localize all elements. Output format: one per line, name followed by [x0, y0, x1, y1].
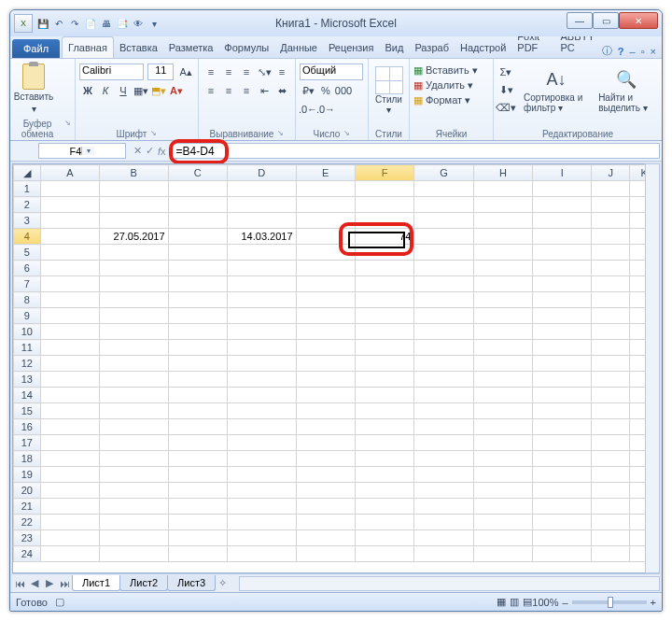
cell[interactable]: 27.05.2017 [99, 229, 168, 245]
cell[interactable] [296, 435, 355, 451]
row-header[interactable]: 13 [14, 372, 41, 388]
sheet-nav-next-icon[interactable]: ▶ [42, 577, 57, 589]
view-pagebreak-icon[interactable]: ▤ [523, 596, 532, 608]
cell[interactable] [592, 435, 630, 451]
cell[interactable] [592, 276, 630, 292]
cell[interactable] [99, 546, 168, 562]
cell[interactable] [414, 467, 473, 483]
cell[interactable] [473, 308, 532, 324]
cell[interactable] [296, 499, 355, 515]
cell[interactable] [414, 356, 473, 372]
cell[interactable] [99, 435, 168, 451]
cell[interactable] [296, 261, 355, 276]
cell[interactable] [355, 245, 413, 261]
tab-review[interactable]: Рецензия [323, 37, 380, 58]
cell[interactable] [592, 308, 630, 324]
cell[interactable] [99, 213, 168, 229]
cell[interactable] [592, 245, 630, 261]
number-launcher-icon[interactable]: ↘ [343, 129, 350, 139]
cell[interactable] [592, 515, 630, 530]
cell[interactable] [99, 372, 168, 388]
cell[interactable] [473, 340, 532, 356]
cell[interactable] [414, 499, 473, 515]
font-launcher-icon[interactable]: ↘ [150, 129, 157, 139]
cell[interactable] [296, 451, 355, 467]
cell[interactable] [414, 276, 473, 292]
name-box[interactable]: F4 ▾ [38, 143, 126, 159]
cell[interactable] [168, 419, 227, 435]
sheet-nav-last-icon[interactable]: ⏭ [57, 578, 72, 589]
border-icon[interactable]: ▦▾ [133, 82, 149, 99]
col-header[interactable]: B [99, 165, 168, 181]
row-header[interactable]: 22 [14, 515, 41, 530]
cell[interactable] [473, 388, 532, 403]
cell[interactable] [414, 340, 473, 356]
zoom-out-icon[interactable]: – [562, 597, 567, 608]
cell[interactable] [355, 308, 413, 324]
cell[interactable] [533, 515, 592, 530]
cell[interactable] [533, 483, 592, 499]
cell[interactable] [227, 292, 296, 308]
qat-save-icon[interactable]: 💾 [36, 17, 49, 30]
currency-icon[interactable]: ₽▾ [300, 82, 316, 99]
cell[interactable] [355, 276, 413, 292]
cell[interactable]: 74 [355, 229, 413, 245]
cell[interactable] [414, 372, 473, 388]
minimize-button[interactable]: — [567, 12, 593, 29]
cell[interactable] [168, 530, 227, 546]
cell[interactable] [40, 356, 99, 372]
row-header[interactable]: 6 [14, 261, 41, 276]
cell[interactable] [296, 229, 355, 245]
cell[interactable] [99, 419, 168, 435]
cell[interactable] [168, 197, 227, 213]
cell[interactable] [355, 530, 413, 546]
cell[interactable] [355, 515, 413, 530]
cell[interactable] [592, 546, 630, 562]
cell[interactable] [355, 467, 413, 483]
cell[interactable] [473, 197, 532, 213]
align-launcher-icon[interactable]: ↘ [277, 129, 284, 139]
row-header[interactable]: 2 [14, 197, 41, 213]
decrease-decimal-icon[interactable]: .0→ [317, 101, 334, 118]
cell[interactable] [355, 419, 413, 435]
percent-icon[interactable]: % [317, 82, 334, 99]
row-header[interactable]: 9 [14, 308, 41, 324]
cell[interactable] [473, 356, 532, 372]
doc-close-icon[interactable]: × [651, 46, 656, 57]
doc-min-icon[interactable]: – [630, 46, 636, 57]
cell[interactable] [168, 181, 227, 197]
cell[interactable] [533, 245, 592, 261]
cell[interactable] [227, 499, 296, 515]
cell[interactable] [227, 340, 296, 356]
comma-icon[interactable]: 000 [335, 82, 352, 99]
cell[interactable] [592, 197, 630, 213]
cell[interactable] [168, 356, 227, 372]
cell[interactable] [227, 515, 296, 530]
cell[interactable] [414, 292, 473, 308]
tab-view[interactable]: Вид [379, 37, 409, 58]
cell[interactable] [533, 546, 592, 562]
cell[interactable] [355, 483, 413, 499]
cell[interactable] [40, 308, 99, 324]
zoom-level[interactable]: 100% [532, 597, 558, 608]
formula-bar[interactable]: =B4-D4 [172, 143, 660, 159]
cell[interactable] [533, 403, 592, 419]
cell[interactable] [414, 245, 473, 261]
cell[interactable] [40, 340, 99, 356]
paste-button[interactable]: Вставить▾ [14, 61, 53, 114]
cell[interactable] [592, 467, 630, 483]
cell[interactable] [533, 340, 592, 356]
cell[interactable] [227, 419, 296, 435]
row-header[interactable]: 12 [14, 356, 41, 372]
cell[interactable] [296, 515, 355, 530]
minimize-ribbon-icon[interactable]: ⓘ [602, 44, 612, 58]
cell[interactable] [533, 451, 592, 467]
format-cells-button[interactable]: ▦Формат ▾ [413, 93, 489, 107]
cell[interactable] [227, 435, 296, 451]
cell[interactable] [533, 356, 592, 372]
cell[interactable] [40, 546, 99, 562]
tab-addins[interactable]: Надстрой [455, 37, 511, 58]
cell[interactable] [473, 451, 532, 467]
cell[interactable] [592, 451, 630, 467]
cell[interactable] [473, 467, 532, 483]
